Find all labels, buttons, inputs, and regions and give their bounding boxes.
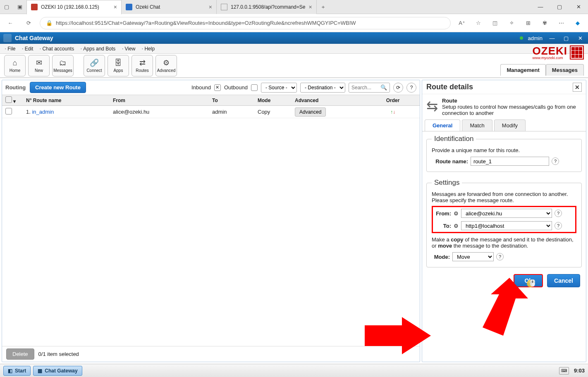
view-tab-messages[interactable]: Messages (546, 64, 584, 76)
favicon-icon (126, 4, 132, 10)
app-maximize-button[interactable]: ▢ (562, 34, 571, 42)
help-button[interactable]: ? (406, 83, 416, 93)
route-description: Setup routes to control how messages/cal… (442, 104, 582, 116)
menu-icon[interactable]: ⋯ (554, 16, 568, 30)
url-input[interactable]: 🔒 https://localhost:9515/Chat+Gateway/?a… (40, 17, 451, 29)
source-select[interactable]: - Source - (261, 83, 297, 93)
help-icon[interactable]: ? (552, 157, 559, 165)
annotation-arrow-icon (365, 317, 431, 354)
app-close-button[interactable]: ✕ (576, 34, 585, 42)
favorite-icon[interactable]: ☆ (471, 16, 485, 30)
menu-edit[interactable]: Edit (19, 45, 36, 52)
cancel-button[interactable]: Cancel (547, 274, 580, 287)
identification-fieldset: Identification Provide a unique name for… (426, 135, 582, 172)
row-order-controls[interactable]: ↑↓ (378, 109, 407, 115)
filter-outbound-label: Outbound (224, 84, 248, 91)
read-aloud-icon[interactable]: A⁺ (455, 16, 469, 30)
taskbar: ◧Start ▦Chat Gateway ⌨ 9:03 (0, 364, 588, 377)
select-all-checkbox[interactable] (5, 96, 12, 103)
close-icon[interactable]: × (209, 4, 212, 10)
app-icon (3, 34, 12, 42)
destination-select[interactable]: - Destination - (300, 83, 345, 93)
toolbar-routes[interactable]: ⇄Routes (131, 55, 153, 76)
copilot-icon[interactable]: ◆ (571, 16, 585, 30)
apps-icon: 🗄 (115, 59, 122, 67)
menu-help[interactable]: Help (139, 45, 157, 52)
view-tab-management[interactable]: Management (500, 64, 545, 76)
app-minimize-button[interactable]: — (547, 34, 557, 42)
start-button[interactable]: ◧Start (3, 366, 31, 376)
help-icon[interactable]: ? (555, 210, 562, 217)
settings-legend: Settings (432, 179, 462, 187)
to-label: To: (435, 223, 451, 229)
toolbar-connect[interactable]: 🔗Connect (84, 55, 105, 76)
routing-heading: Routing (5, 84, 26, 91)
favorites-bar-icon[interactable]: ✧ (504, 16, 519, 30)
from-select[interactable]: alice@ozeki.hu (461, 209, 552, 218)
table-row[interactable]: 1. in_admin alice@ozeki.hu admin Copy Ad… (2, 106, 420, 118)
tab-match[interactable]: Match (462, 119, 492, 131)
delete-button[interactable]: Delete (6, 348, 34, 360)
chevron-down-icon[interactable]: ▾ (13, 98, 16, 104)
app-title: Chat Gateway (15, 35, 53, 41)
row-advanced-button[interactable]: Advanced (295, 107, 326, 117)
close-icon[interactable]: × (114, 4, 117, 10)
refresh-button[interactable]: ⟳ (22, 16, 36, 30)
help-icon[interactable]: ? (496, 253, 504, 260)
menu-file[interactable]: File (2, 45, 18, 52)
browser-tab-3[interactable]: 127.0.0.1:9508/api?command=Se × (217, 0, 317, 14)
connect-icon: 🔗 (90, 58, 99, 67)
toolbar-home[interactable]: ⌂Home (4, 55, 26, 76)
back-button[interactable]: ← (3, 16, 17, 30)
arrow-down-icon: ↓ (393, 109, 395, 115)
new-tab-button[interactable]: ＋ (317, 0, 330, 14)
browser-tab-1[interactable]: OZEKI 10 (192.168.0.125) × (26, 0, 122, 14)
close-details-button[interactable]: ✕ (573, 83, 582, 92)
tab-list-button[interactable]: ▢ (0, 0, 13, 14)
favicon-icon (221, 4, 227, 10)
tab-actions-button[interactable]: ▣ (13, 0, 26, 14)
keyboard-icon[interactable]: ⌨ (559, 367, 569, 375)
highlight-annotation: From: ⚙ alice@ozeki.hu ? To: ⚙ http1@loc… (432, 206, 576, 233)
toolbar-advanced[interactable]: ⚙Advanced (155, 55, 177, 76)
search-input[interactable] (349, 85, 378, 91)
extensions-icon[interactable]: ✾ (538, 16, 552, 30)
window-close-button[interactable]: ✕ (569, 0, 588, 14)
collections-icon[interactable]: ⊞ (521, 16, 535, 30)
route-name-input[interactable] (471, 157, 549, 166)
split-screen-icon[interactable]: ◫ (488, 16, 502, 30)
window-minimize-button[interactable]: — (531, 0, 550, 14)
inbound-checkbox[interactable]: ✕ (214, 84, 221, 91)
col-to: To (209, 98, 254, 103)
taskbar-app-button[interactable]: ▦Chat Gateway (33, 366, 82, 376)
row-checkbox[interactable] (5, 108, 12, 115)
mode-select[interactable]: Move (452, 252, 494, 261)
outbound-checkbox[interactable] (251, 84, 258, 91)
col-advanced: Advanced (292, 98, 378, 103)
copy-move-text: Make a copy of the message and send it t… (432, 236, 576, 249)
to-select[interactable]: http1@localhost (461, 221, 552, 230)
user-label[interactable]: admin (528, 35, 543, 41)
row-index: 1. (26, 109, 31, 115)
search-icon[interactable]: 🔍 (378, 84, 390, 91)
route-name-link[interactable]: in_admin (32, 109, 54, 115)
toolbar-new[interactable]: ✉New (28, 55, 50, 76)
menu-chat-accounts[interactable]: Chat accounts (37, 45, 76, 52)
tab-general[interactable]: General (425, 119, 460, 131)
close-icon[interactable]: × (308, 4, 312, 10)
browser-tab-2[interactable]: Ozeki Chat × (122, 0, 217, 14)
window-maximize-button[interactable]: ▢ (550, 0, 569, 14)
refresh-list-button[interactable]: ⟳ (393, 83, 403, 93)
create-route-button[interactable]: Create new Route (30, 82, 86, 93)
toolbar-messages[interactable]: 🗂Messages (52, 55, 74, 76)
help-icon[interactable]: ? (555, 222, 562, 229)
annotation-arrow-icon (483, 278, 528, 336)
menu-apps-bots[interactable]: Apps and Bots (78, 45, 118, 52)
new-icon: ✉ (36, 58, 42, 67)
gear-icon: ⚙ (454, 223, 459, 229)
toolbar-apps[interactable]: 🗄Apps (108, 55, 129, 76)
tab-modify[interactable]: Modify (494, 119, 526, 131)
logo-grid-icon (570, 45, 584, 60)
home-icon: ⌂ (13, 59, 17, 67)
menu-view[interactable]: View (120, 45, 138, 52)
